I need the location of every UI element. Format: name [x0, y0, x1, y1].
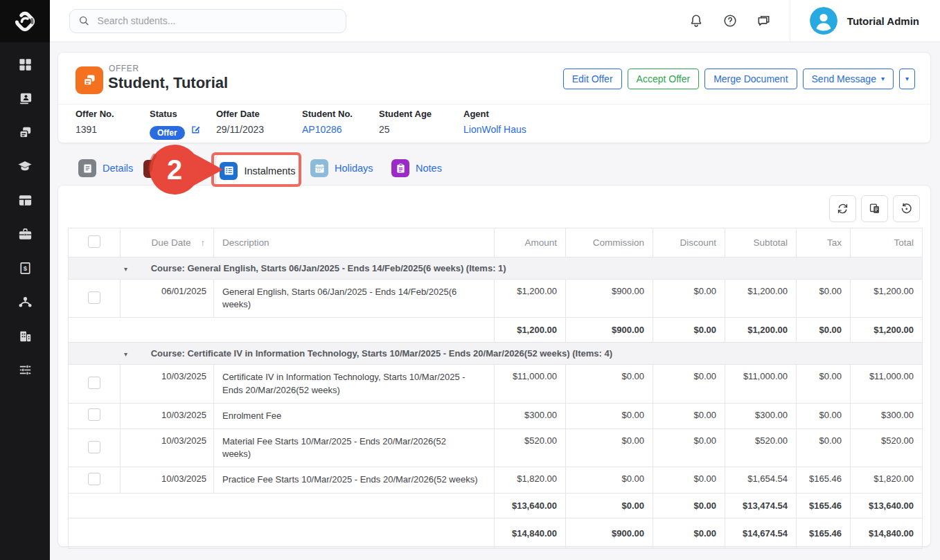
cell-amount: $300.00: [495, 403, 566, 428]
sidebar-item-agents[interactable]: [11, 292, 39, 311]
cell-tax: $165.46: [797, 518, 851, 548]
merge-document-button[interactable]: Merge Document: [704, 69, 797, 89]
sidebar-nav: $: [0, 42, 50, 379]
more-actions-button[interactable]: ▾: [899, 69, 915, 89]
cell-total: $14,840.00: [851, 518, 923, 548]
group-collapse-caret[interactable]: ▾: [124, 350, 127, 358]
column-header-commission[interactable]: Commission: [566, 228, 653, 258]
user-avatar[interactable]: [810, 7, 837, 35]
search-box: [69, 9, 346, 33]
item-row: 10/03/2025 Material Fee Starts 10/Mar/20…: [69, 428, 923, 467]
total-row-spacer: [69, 493, 495, 518]
history-icon: [900, 202, 913, 215]
accept-offer-button[interactable]: Accept Offer: [628, 69, 700, 89]
app-logo[interactable]: [0, 0, 50, 42]
cell-description: Material Fee Starts 10/Mar/2025 - Ends 2…: [214, 428, 495, 467]
history-button[interactable]: [893, 195, 920, 222]
cell-amount: $1,200.00: [495, 318, 566, 343]
column-header-subtotal[interactable]: Subtotal: [725, 228, 797, 258]
sidebar-item-invoices[interactable]: $: [11, 258, 39, 278]
total-row-spacer: [69, 518, 495, 548]
status-badge: Offer: [150, 126, 185, 140]
details-tab-icon: [78, 159, 96, 177]
sidebar-item-dashboard[interactable]: [11, 55, 39, 74]
cell-description: General English, Starts 06/Jan/2025 - En…: [214, 280, 495, 318]
cell-discount: $0.00: [653, 493, 725, 518]
group-row: ▾ Course: Certificate IV in Information …: [69, 343, 923, 365]
tab-details[interactable]: Details: [78, 159, 133, 177]
sidebar-item-services[interactable]: [11, 224, 39, 244]
field-agent: Agent LionWolf Haus: [463, 109, 526, 135]
invoice-icon: $: [17, 260, 33, 276]
column-header-discount[interactable]: Discount: [653, 228, 725, 258]
help-button[interactable]: [722, 12, 738, 29]
subtotal-row: $13,640.00$0.00$0.00$13,474.54$165.46$13…: [69, 493, 923, 518]
column-header-description[interactable]: Description: [214, 228, 495, 258]
search-input[interactable]: [96, 15, 337, 27]
row-checkbox[interactable]: [88, 377, 100, 389]
dashboard-icon: [17, 57, 33, 73]
sidebar-item-timetables[interactable]: [11, 190, 39, 210]
cell-subtotal: $13,474.54: [725, 493, 797, 518]
logo-icon: [11, 8, 39, 35]
search-icon: [78, 15, 90, 27]
cell-discount: $0.00: [653, 280, 725, 318]
column-header-total[interactable]: Total: [851, 228, 923, 258]
student-no-link[interactable]: AP10286: [302, 124, 353, 135]
column-header-amount[interactable]: Amount: [495, 228, 566, 258]
tab-instalments[interactable]: Instalments: [215, 154, 300, 187]
cell-total: $13,640.00: [851, 493, 923, 518]
cell-subtotal: $520.00: [725, 428, 797, 467]
offer-actions: Edit Offer Accept Offer Merge Document S…: [563, 69, 915, 89]
cell-commission: $0.00: [566, 493, 653, 518]
sidebar-item-organisations[interactable]: [11, 326, 39, 345]
sidebar-item-offers[interactable]: [11, 123, 39, 142]
send-message-button[interactable]: Send Message▾: [803, 69, 894, 89]
row-checkbox[interactable]: [88, 408, 100, 421]
sidebar-item-students[interactable]: [11, 89, 39, 108]
row-checkbox[interactable]: [88, 473, 100, 485]
cell-amount: $14,840.00: [495, 518, 566, 548]
topbar-right: Tutorial Admin: [688, 0, 940, 42]
page-title: Student, Tutorial: [108, 74, 228, 92]
hidden-tab-icon[interactable]: [143, 160, 161, 178]
copy-button[interactable]: [861, 195, 888, 222]
sidebar-item-settings[interactable]: [11, 360, 39, 379]
offer-card-divider: [58, 104, 930, 105]
row-checkbox[interactable]: [88, 291, 100, 304]
cell-due-date: 10/03/2025: [121, 428, 214, 467]
item-row: 10/03/2025 Enrolment Fee$300.00$0.00$0.0…: [69, 403, 923, 428]
user-name[interactable]: Tutorial Admin: [847, 15, 919, 27]
cell-total: $300.00: [851, 403, 923, 428]
sidebar-item-courses[interactable]: [11, 156, 39, 176]
column-header-tax[interactable]: Tax: [797, 228, 851, 258]
tab-holidays[interactable]: Holidays: [310, 159, 373, 177]
cell-description: Certificate IV in Information Technology…: [214, 365, 495, 403]
group-label: Course: General English, Starts 06/Jan/2…: [151, 263, 506, 273]
layout-icon: [17, 192, 33, 208]
cell-commission: $0.00: [566, 365, 653, 403]
graduation-cap-icon: [17, 158, 33, 174]
refresh-icon: [836, 202, 849, 215]
offer-doc-icon: [81, 72, 98, 89]
cell-tax: $0.00: [797, 318, 851, 343]
cell-commission: $0.00: [566, 467, 653, 493]
column-header-due-date[interactable]: Due Date↑: [121, 228, 214, 258]
notifications-button[interactable]: [688, 12, 704, 29]
sort-ascending-icon[interactable]: ↑: [201, 237, 206, 248]
edit-status-icon[interactable]: [190, 124, 201, 134]
agent-link[interactable]: LionWolf Haus: [463, 124, 526, 135]
cell-total: $520.00: [851, 428, 923, 467]
group-label: Course: Certificate IV in Information Te…: [151, 348, 612, 359]
row-checkbox[interactable]: [88, 441, 100, 453]
instalments-table: Due Date↑ Description Amount Commission …: [68, 228, 923, 549]
cell-discount: $0.00: [653, 467, 725, 493]
select-all-checkbox[interactable]: [88, 235, 100, 248]
grand-row: $14,840.00$900.00$0.00$14,674.54$165.46$…: [69, 518, 923, 548]
tab-notes[interactable]: Notes: [391, 159, 442, 177]
messages-button[interactable]: [756, 12, 772, 29]
cell-discount: $0.00: [653, 318, 725, 343]
group-collapse-caret[interactable]: ▾: [124, 265, 127, 273]
edit-offer-button[interactable]: Edit Offer: [563, 69, 622, 89]
refresh-button[interactable]: [829, 195, 856, 222]
